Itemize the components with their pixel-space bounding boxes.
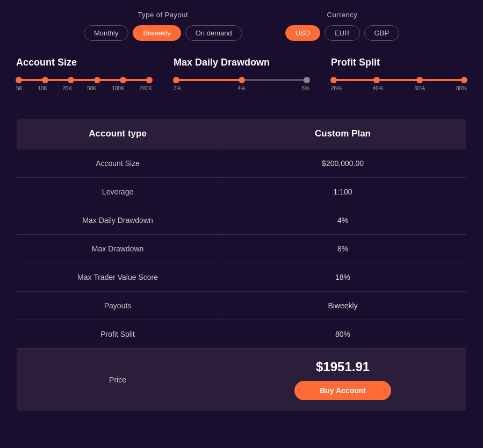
table-row: Profit Split 80% [17,320,467,349]
table-row: Leverage 1:100 [17,178,467,206]
tick-5k: 5K [16,85,23,91]
account-size-ticks: 5K 10K 25K 50K 100K 200K [16,85,152,91]
col1-header: Account type [17,119,219,149]
table-row: Max Drawdown 8% [17,235,467,263]
drawdown-track-fill [176,79,242,81]
row-max-daily-drawdown-value: 4% [219,206,467,235]
table-row: Account Size $200,000.00 [17,149,467,178]
tick-3pct: 3% [174,85,181,91]
tick-50k: 50K [87,85,97,91]
profit-split-slider-group: Profit Split 26% 40% 60% 80% [331,57,467,102]
drawdown-slider-group: Max Daily Drawdown 3% 4% 5% [174,57,309,102]
row-account-size-value: $200,000.00 [219,149,467,178]
col2-header: Custom Plan [219,119,467,149]
price-cell: $1951.91 Buy Account [219,349,467,411]
table-row: Max Daily Drawdown 4% [17,206,467,235]
tick-80pct: 80% [456,85,467,91]
tick-60pct: 60% [414,85,425,91]
account-size-track-fill [19,79,149,81]
currency-usd[interactable]: USD [285,25,320,41]
account-size-slider-group: Account Size 5K 10K 25K 50K 100K 200K [16,57,152,102]
account-size-dot-2 [42,77,48,83]
drawdown-slider-container[interactable]: 3% 4% 5% [174,79,309,102]
payout-title: Type of Payout [138,11,188,19]
payout-biweekly[interactable]: Biweekly [133,25,181,41]
payout-options: Monthly Biweekly On demand [84,25,242,41]
row-payouts-value: Biweekly [219,292,467,320]
drawdown-dot-1 [173,77,179,83]
profit-split-label: Profit Split [331,57,467,68]
drawdown-dot-3 [304,77,310,83]
row-profit-split-label: Profit Split [17,320,219,349]
profit-split-dot-3 [416,77,423,83]
profit-split-ticks: 26% 40% 60% 80% [331,85,467,91]
account-size-dot-4 [94,77,100,83]
drawdown-track [176,79,307,81]
account-size-slider-container[interactable]: 5K 10K 25K 50K 100K 200K [16,79,152,102]
profit-split-dot-2 [373,77,380,83]
account-size-track [19,79,149,81]
payout-group: Type of Payout Monthly Biweekly On deman… [84,11,242,41]
price-value: $1951.91 [230,359,456,374]
payout-monthly[interactable]: Monthly [84,25,129,41]
table-header-row: Account type Custom Plan [17,119,467,149]
row-profit-split-value: 80% [219,320,467,349]
buy-account-button[interactable]: Buy Account [294,381,391,400]
table-row: Payouts Biweekly [17,292,467,320]
account-size-label: Account Size [16,57,152,68]
currency-group: Currency USD EUR GBP [285,11,399,41]
profit-split-track-fill [334,79,464,81]
row-account-size-label: Account Size [17,149,219,178]
profit-split-dot-4 [461,77,467,83]
row-leverage-value: 1:100 [219,178,467,206]
tick-4pct: 4% [237,85,245,91]
sliders-section: Account Size 5K 10K 25K 50K 100K 200K [16,57,467,102]
row-max-drawdown-label: Max Drawdown [17,235,219,263]
tick-10k: 10K [38,85,47,91]
account-size-dot-1 [16,77,22,83]
tick-40pct: 40% [373,85,384,91]
drawdown-ticks: 3% 4% 5% [174,85,309,91]
tick-100k: 100K [112,85,124,91]
tick-200k: 200K [140,85,152,91]
account-size-dot-5 [120,77,126,83]
currency-options: USD EUR GBP [285,25,399,41]
profit-split-dot-1 [330,77,337,83]
profit-split-track [334,79,464,81]
tick-25k: 25K [62,85,72,91]
plan-table: Account type Custom Plan Account Size $2… [16,118,467,411]
row-leverage-label: Leverage [17,178,219,206]
drawdown-dot-2 [239,77,245,83]
profit-split-slider-container[interactable]: 26% 40% 60% 80% [331,79,467,102]
row-payouts-label: Payouts [17,292,219,320]
row-max-daily-drawdown-label: Max Daily Drawdown [17,206,219,235]
account-size-dot-3 [68,77,74,83]
account-size-dot-6 [146,77,153,83]
top-controls: Type of Payout Monthly Biweekly On deman… [16,11,467,41]
table-price-row: Price $1951.91 Buy Account [17,349,467,411]
table-row: Max Trader Value Score 18% [17,263,467,292]
currency-title: Currency [327,11,358,19]
row-max-drawdown-value: 8% [219,235,467,263]
drawdown-label: Max Daily Drawdown [174,57,309,68]
payout-ondemand[interactable]: On demand [185,25,242,41]
tick-26pct: 26% [331,85,342,91]
currency-eur[interactable]: EUR [325,25,359,41]
price-label: Price [17,349,219,411]
row-trader-value-label: Max Trader Value Score [17,263,219,292]
tick-5pct: 5% [302,85,309,91]
row-trader-value-value: 18% [219,263,467,292]
currency-gbp[interactable]: GBP [364,25,399,41]
